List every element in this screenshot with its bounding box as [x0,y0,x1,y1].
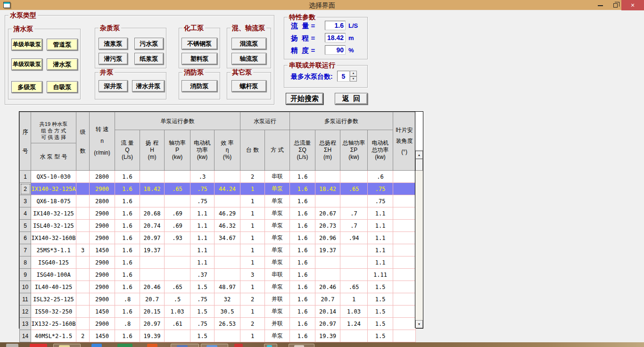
table-cell[interactable]: .61 [165,318,190,330]
table-cell[interactable]: ISG40-100A [31,269,76,281]
table-cell[interactable]: 1.1 [368,244,393,256]
restore-button[interactable] [608,0,622,10]
table-cell[interactable]: 40MSL*2-1.5 [31,330,76,342]
table-cell[interactable] [215,195,240,207]
pump-type-button[interactable]: 多级泵 [11,81,42,93]
table-cell[interactable]: .7 [340,220,368,232]
table-cell[interactable]: .93 [165,232,190,244]
app-red-small-icon[interactable] [234,344,243,347]
minimize-button[interactable] [593,0,607,10]
table-cell[interactable] [393,171,416,183]
pump-type-button[interactable]: 消防泵 [182,80,217,92]
table-cell[interactable]: 46.32 [215,220,240,232]
table-cell[interactable]: 1.6 [290,207,315,220]
table-row[interactable]: 11ISL32-25-1252900.820.7.5.75322并联1.620.… [20,293,416,306]
table-cell[interactable]: 1 [240,183,265,195]
table-cell[interactable]: 1 [240,195,265,207]
start-search-button[interactable]: 开始搜索 [286,93,323,105]
table-cell[interactable]: 32 [215,293,240,306]
row-number-cell[interactable]: 10 [20,281,31,293]
table-cell[interactable] [340,195,368,207]
table-cell[interactable]: 1.6 [290,293,315,306]
table-cell[interactable]: .94 [340,232,368,244]
table-cell[interactable]: 1 [240,256,265,269]
table-cell[interactable]: 1 [340,293,368,306]
table-cell[interactable]: 46.29 [215,207,240,220]
row-number-cell[interactable]: 4 [20,207,31,220]
active-app-frame-icon[interactable] [53,344,81,347]
table-cell[interactable]: 2900 [90,232,115,244]
table-cell[interactable]: .8 [115,293,140,306]
table-row[interactable]: 6IX140-32-160B29001.620.97.931.134.671单泵… [20,232,416,244]
pump-type-button[interactable]: 纸浆泵 [134,53,164,65]
row-number-cell[interactable]: 12 [20,306,31,318]
table-cell[interactable]: 19.37 [140,244,165,256]
app-green-icon[interactable] [117,344,132,347]
table-cell[interactable]: 单泵 [265,306,290,318]
table-cell[interactable]: 1.5 [368,281,393,293]
table-cell[interactable] [76,269,90,281]
pump-type-button[interactable]: 潜水井泵 [132,80,165,92]
table-cell[interactable] [315,256,340,269]
table-cell[interactable]: 并联 [265,293,290,306]
table-cell[interactable]: 20.15 [140,306,165,318]
table-cell[interactable]: 1.6 [290,318,315,330]
pump-type-button[interactable]: 深井泵 [99,80,128,92]
pump-type-button[interactable]: 单级双吸泵 [11,58,42,70]
pump-type-button[interactable]: 单级单吸泵 [11,39,42,50]
table-cell[interactable]: 2 [76,330,90,342]
table-cell[interactable] [215,256,240,269]
table-cell[interactable]: 44.24 [215,183,240,195]
table-cell[interactable]: 1450 [90,306,115,318]
table-cell[interactable] [315,171,340,183]
pump-type-button[interactable]: 混流泵 [231,38,266,50]
table-cell[interactable]: 19.39 [140,330,165,342]
table-cell[interactable] [215,269,240,281]
table-cell[interactable]: 2900 [90,256,115,269]
table-cell[interactable] [76,220,90,232]
table-cell[interactable]: 20.97 [315,318,340,330]
flow-input[interactable] [325,21,346,30]
scroll-down-icon[interactable]: ▼ [415,320,423,328]
table-cell[interactable]: .65 [165,183,190,195]
table-cell[interactable]: ISL32-25-125 [31,293,76,306]
table-cell[interactable] [165,171,190,183]
table-cell[interactable]: 单泵 [265,207,290,220]
table-cell[interactable] [140,256,165,269]
table-cell[interactable] [393,256,416,269]
table-cell[interactable]: .75 [190,195,215,207]
table-cell[interactable] [165,269,190,281]
table-cell[interactable]: 2 [240,293,265,306]
table-cell[interactable]: 单泵 [265,244,290,256]
table-cell[interactable]: 1.1 [368,232,393,244]
table-cell[interactable] [165,195,190,207]
framed-app-blue-2-icon[interactable] [201,344,228,347]
table-cell[interactable]: 1.03 [340,306,368,318]
app-blue-circle-icon[interactable] [91,344,102,347]
table-row[interactable]: 4IX140-32-12529001.620.68.691.146.291单泵1… [20,207,416,220]
table-cell[interactable] [393,306,416,318]
table-cell[interactable]: 2900 [90,269,115,281]
table-cell[interactable]: 1 [240,281,265,293]
framed-app-blue-icon[interactable] [171,344,199,347]
table-cell[interactable]: .8 [115,318,140,330]
table-cell[interactable]: 1.1 [368,207,393,220]
table-cell[interactable]: 1 [240,306,265,318]
table-cell[interactable]: 1.6 [290,306,315,318]
table-cell[interactable] [340,256,368,269]
table-cell[interactable]: 1 [240,330,265,342]
table-cell[interactable]: 单泵 [265,220,290,232]
table-cell[interactable] [340,171,368,183]
table-cell[interactable]: 1.6 [115,195,140,207]
table-cell[interactable]: 18.42 [140,183,165,195]
table-cell[interactable] [76,256,90,269]
table-cell[interactable] [340,244,368,256]
table-cell[interactable] [393,244,416,256]
table-cell[interactable]: 1.5 [190,330,215,342]
pump-type-button[interactable]: 自吸泵 [47,81,78,93]
table-row[interactable]: 13IX132-25-160B2900.820.97.61.7526.532并联… [20,318,416,330]
table-cell[interactable] [76,195,90,207]
table-row[interactable]: 725MS*3-1.1314501.619.371.11单泵1.619.371.… [20,244,416,256]
table-cell[interactable] [340,330,368,342]
table-cell[interactable]: ISL40-32-125 [31,220,76,232]
